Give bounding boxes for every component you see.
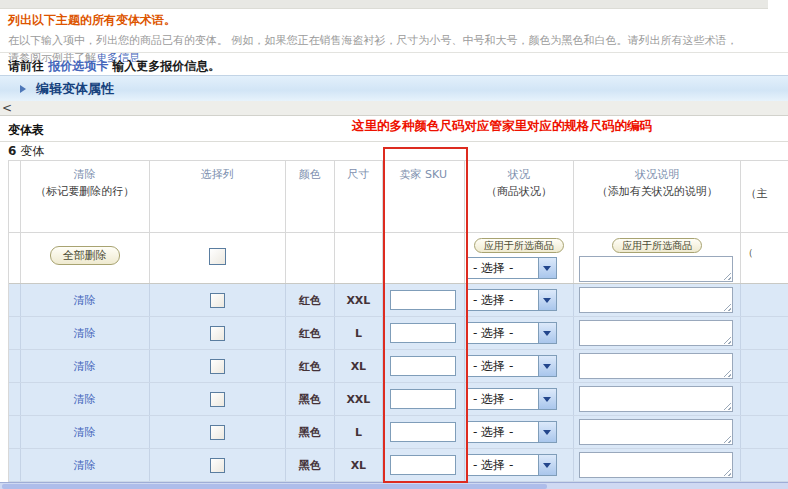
condition-select[interactable]: - 选择 - xyxy=(467,355,557,377)
empty-cell xyxy=(286,233,336,283)
color-value: 红色 xyxy=(299,293,321,308)
row-checkbox[interactable] xyxy=(210,458,225,473)
scrollbar-thumb[interactable] xyxy=(2,484,547,489)
condition-select[interactable]: - 选择 - xyxy=(467,421,557,443)
color-value: 黑色 xyxy=(299,392,321,407)
condition-select[interactable]: - 选择 - xyxy=(467,322,557,344)
color-value: 黑色 xyxy=(299,425,321,440)
clear-row-link[interactable]: 清除 xyxy=(74,458,96,473)
delete-all-cell: 全部删除 xyxy=(21,233,150,283)
apply-note-cell: 应用于所选商品 xyxy=(574,233,742,283)
condition-note-textarea[interactable] xyxy=(579,287,733,313)
sku-input[interactable] xyxy=(390,455,456,475)
clear-header-label: 清除 xyxy=(74,167,96,182)
resize-grip-icon xyxy=(723,272,731,280)
empty-cell xyxy=(335,233,383,283)
spacer-cell xyxy=(9,284,21,316)
spacer-cell xyxy=(9,383,21,415)
row-checkbox[interactable] xyxy=(210,293,225,308)
sku-input[interactable] xyxy=(390,389,456,409)
delete-all-button[interactable]: 全部删除 xyxy=(50,246,120,265)
bulk-note-textarea[interactable] xyxy=(579,256,733,282)
condition-note-textarea[interactable] xyxy=(579,320,733,346)
row-checkbox[interactable] xyxy=(210,359,225,374)
variations-page: 列出以下主题的所有变体术语。 在以下输入项中，列出您的商品已有的变体。 例如，如… xyxy=(0,0,788,489)
empty-cell xyxy=(383,233,465,283)
color-value: 红色 xyxy=(299,326,321,341)
apply-note-button[interactable]: 应用于所选商品 xyxy=(612,238,702,253)
table-row: 清除 黑色 XXL - 选择 - xyxy=(9,383,788,416)
condition-select-value: - 选择 - xyxy=(468,389,538,409)
chevron-down-icon xyxy=(538,323,556,343)
apply-condition-button[interactable]: 应用于所选商品 xyxy=(474,238,564,253)
table-header-row: 清除 （标记要删除的行） 选择列 颜色 尺寸 卖家 SKU 状况 （商品状况） … xyxy=(9,160,788,233)
horizontal-scrollbar[interactable] xyxy=(0,482,788,489)
table-row: 清除 红色 L - 选择 - xyxy=(9,317,788,350)
condition-note-textarea[interactable] xyxy=(579,452,733,478)
condition-header-label: 状况 xyxy=(508,167,530,182)
size-column-header: 尺寸 xyxy=(335,161,383,232)
spacer-cell xyxy=(9,317,21,349)
condition-select[interactable]: - 选择 - xyxy=(467,388,557,410)
spacer-column-header xyxy=(9,161,21,232)
clear-row-link[interactable]: 清除 xyxy=(74,326,96,341)
size-value: XL xyxy=(351,360,367,373)
bulk-condition-select-value: - 选择 - xyxy=(468,258,538,278)
condition-note-textarea[interactable] xyxy=(579,353,733,379)
condition-note-textarea[interactable] xyxy=(579,419,733,445)
select-all-cell xyxy=(150,233,286,283)
goto-prefix: 请前往 xyxy=(8,59,48,73)
select-column-header-label: 选择列 xyxy=(201,167,234,182)
row-checkbox[interactable] xyxy=(210,326,225,341)
condition-select-value: - 选择 - xyxy=(468,422,538,442)
clipped-column-header: （主 xyxy=(741,161,788,232)
sku-input[interactable] xyxy=(390,422,456,442)
select-column-header: 选择列 xyxy=(150,161,286,232)
spacer-cell xyxy=(9,449,21,481)
clear-header-sub: （标记要删除的行） xyxy=(35,184,134,199)
edit-variation-attributes-header[interactable]: 编辑变体属性 xyxy=(0,75,788,102)
clear-row-link[interactable]: 清除 xyxy=(74,293,96,308)
size-value: L xyxy=(355,426,362,439)
sku-input[interactable] xyxy=(390,290,456,310)
pricing-tab-link[interactable]: 报价选项卡 xyxy=(48,59,108,73)
sku-input[interactable] xyxy=(390,356,456,376)
clear-row-link[interactable]: 清除 xyxy=(74,392,96,407)
condition-select[interactable]: - 选择 - xyxy=(467,454,557,476)
condition-column-header: 状况 （商品状况） xyxy=(465,161,574,232)
condition-select[interactable]: - 选择 - xyxy=(467,289,557,311)
table-title-row: 变体表 这里的多种颜色尺码对应管家里对应的规格尺码的编码 xyxy=(0,117,788,142)
select-all-checkbox[interactable] xyxy=(209,248,226,265)
row-checkbox[interactable] xyxy=(210,425,225,440)
sku-column-header: 卖家 SKU xyxy=(383,161,465,232)
top-divider xyxy=(0,0,768,9)
spacer-cell xyxy=(9,350,21,382)
chevron-down-icon xyxy=(538,290,556,310)
resize-grip-icon xyxy=(723,402,731,410)
expand-arrow-icon xyxy=(20,85,26,93)
clear-row-link[interactable]: 清除 xyxy=(74,359,96,374)
chevron-down-icon xyxy=(538,455,556,475)
chevron-down-icon xyxy=(538,258,556,278)
bulk-condition-select[interactable]: - 选择 - xyxy=(467,257,557,279)
chevron-down-icon xyxy=(538,422,556,442)
row-checkbox[interactable] xyxy=(210,392,225,407)
goto-suffix: 输入更多报价信息。 xyxy=(108,59,220,73)
clear-row-link[interactable]: 清除 xyxy=(74,425,96,440)
table-row: 清除 黑色 XL - 选择 - xyxy=(9,449,788,482)
condition-note-header-label: 状况说明 xyxy=(635,167,679,182)
intro-description-line1: 在以下输入项中，列出您的商品已有的变体。 例如，如果您正在销售海盗衬衫，尺寸为小… xyxy=(8,33,788,48)
condition-note-column-header: 状况说明 （添加有关状况的说明） xyxy=(574,161,742,232)
resize-grip-icon xyxy=(723,336,731,344)
variation-count: 6变体 xyxy=(8,143,44,160)
condition-note-header-sub: （添加有关状况的说明） xyxy=(597,184,718,199)
condition-select-value: - 选择 - xyxy=(468,455,538,475)
table-row: 清除 黑色 L - 选择 - xyxy=(9,416,788,449)
color-column-header: 颜色 xyxy=(286,161,336,232)
condition-note-textarea[interactable] xyxy=(579,386,733,412)
table-title: 变体表 xyxy=(8,122,44,139)
size-value: XXL xyxy=(346,393,370,406)
clipped-header-sub: （主 xyxy=(745,186,767,201)
sku-input[interactable] xyxy=(390,323,456,343)
collapse-bar[interactable]: < xyxy=(0,101,788,116)
